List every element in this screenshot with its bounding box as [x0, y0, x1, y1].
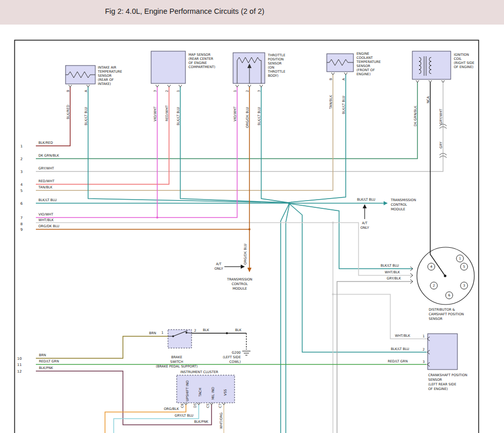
row-wire-label: BLK/LT BLU	[38, 198, 57, 202]
coil-wire-3: GRY/WHT	[439, 109, 443, 124]
tcm-bottom-name: TRANSMISSION	[226, 277, 252, 282]
cluster-pin-label: UPSHIFT IND	[185, 380, 190, 401]
distributor-pin: 5	[463, 265, 465, 269]
brake-wire-in-label: BRN	[149, 331, 156, 335]
coil-wire-1: DK GRN/BLK	[413, 105, 417, 126]
coil-name: IGNITION	[454, 53, 469, 57]
ect-name: TEMPERATURE	[356, 60, 381, 64]
intake-name: (REAR OF	[98, 78, 114, 82]
row-num: 3	[20, 170, 23, 174]
wire-dk-grn-blk	[36, 82, 417, 159]
component-boxes	[66, 51, 474, 403]
brake-pin-2: 2	[194, 329, 196, 333]
ect-pin-b: B	[329, 78, 333, 80]
row-wire-label: BRN	[39, 353, 46, 357]
wiring-diagram: 1 2 3 4 5 6 7 8 9 10 11 12 BLK/RED DK GR…	[0, 0, 504, 433]
crank-name: SENSOR	[428, 378, 442, 382]
coil-name: OF ENGINE)	[454, 65, 473, 69]
intake-pin-b: B	[66, 90, 70, 92]
intake-wire-2: BLK/LT BLU	[84, 107, 88, 125]
intake-pin-a: A	[84, 90, 88, 92]
g200-ground-symbol	[242, 351, 250, 355]
wire-blk-red	[36, 87, 70, 146]
distributor-wire-2: WHT/BLK	[385, 270, 401, 274]
tps-name: BODY)	[268, 74, 279, 78]
wire-blk-lt-blu-ect	[290, 75, 346, 202]
row-num: 1	[20, 144, 23, 148]
tcm-bottom-arrowhead	[247, 268, 251, 272]
row-wire-label: WHT/BLK	[38, 218, 54, 222]
distributor-name: SENSOR	[429, 317, 443, 321]
tps-name: SENSOR	[268, 61, 282, 66]
ect-name: SENSOR	[356, 64, 370, 68]
tcm-bottom-note: ONLY	[215, 267, 223, 271]
tcm-right-arrowhead	[384, 201, 388, 205]
tps-wire-1: VIO/WHT	[233, 106, 237, 121]
row-wire-label: DK GRN/BLK	[38, 154, 59, 158]
wire-gry-blk	[337, 282, 413, 433]
tcm-right-name: TRANSMISSION	[390, 198, 416, 202]
coil-name: (RIGHT SIDE	[454, 61, 474, 65]
brake-switch-labels: BRN 1 2 BLK BLK BRAKE SWITCH (BRAKE PEDA…	[149, 328, 242, 369]
wht-org-label: WHT/ORG	[219, 413, 223, 429]
diagram-border	[15, 40, 479, 433]
tcm-bottom-name: MODULE	[233, 287, 247, 291]
map-name: MAP SENSOR	[188, 53, 211, 57]
map-name: (REAR CENTER	[188, 57, 214, 61]
tcm-right-note: ONLY	[361, 226, 369, 230]
ect-name: ENGINE	[356, 52, 369, 56]
map-name: COMPARTMENT)	[188, 65, 215, 69]
distributor-pin: 3	[463, 284, 465, 288]
coil-wire-2: NCA	[426, 96, 430, 103]
tcm-right: BLK/LT BLU TRANSMISSION CONTROL MODULE A…	[357, 198, 416, 230]
cluster-pin-conn: C6	[180, 403, 184, 408]
cluster-wire-label: BLK/PNK	[194, 420, 208, 424]
wire-blk-lt-blu-intake	[88, 87, 288, 203]
wire-gry-wht	[36, 82, 443, 171]
distributor-pin: 6	[448, 293, 450, 297]
tps-name: THROTTLE	[267, 70, 285, 74]
wire-red-wht	[36, 87, 169, 184]
cluster-pin-conn: C5	[206, 403, 210, 408]
ground-name: COWL)	[229, 360, 241, 364]
row-num: 10	[17, 357, 22, 361]
row-wire-label: VIO/WHT	[38, 212, 53, 216]
tps-name: THROTTLE	[267, 53, 285, 57]
cluster-pin-conn: C7	[218, 403, 222, 408]
distributor-name: CAMSHAFT POSITION	[429, 312, 464, 316]
tps-wire-2: ORG/DK BLU	[245, 107, 249, 128]
crank-pin-2: 2	[423, 348, 425, 352]
tps-name: POSITION	[268, 57, 284, 61]
crank-name: OF ENGINE)	[428, 387, 448, 391]
wire-tan-blk	[36, 75, 333, 190]
ground-name: G200	[232, 351, 241, 355]
map-pin-2: 2	[165, 90, 169, 92]
junction-dots	[156, 202, 334, 335]
row-num: 4	[20, 183, 23, 187]
wire-blk-lt-blu-down-1	[281, 204, 289, 433]
brake-wire-out-label-2: BLK	[235, 328, 242, 332]
row-wire-label: TAN/BLK	[38, 185, 53, 189]
at-only-right-arrowhead	[363, 204, 367, 208]
wire-blk-lt-blu-to-distributor	[290, 204, 413, 269]
crank-wire-3: RED/LT GRN	[388, 359, 408, 363]
ground-name: (LEFT SIDE	[223, 355, 241, 359]
row-num: 12	[17, 370, 22, 374]
brake-wire-out-label-1: BLK	[203, 328, 209, 332]
cluster-wire-label: ORG/BLK	[164, 407, 179, 411]
row-wire-label: RED/LT GRN	[39, 359, 59, 363]
brake-name: SWITCH	[170, 360, 183, 364]
row-wire-label: GRY/WHT	[38, 166, 54, 170]
coil-name: COIL	[454, 57, 462, 61]
crank-name: (LEFT REAR SIDE	[428, 382, 456, 386]
row-num: 8	[20, 222, 23, 226]
ect-wire-2: BLK/LT BLU	[342, 96, 346, 114]
cluster-pin-label: VSS	[223, 389, 227, 396]
tcm-right-wire-label: BLK/LT BLU	[357, 198, 375, 202]
intake-wire-1: BLK/RED	[66, 105, 70, 119]
row-num: 2	[20, 157, 23, 161]
cluster-pin-label: MIL IND	[211, 387, 215, 400]
tps-name: (ON	[268, 66, 275, 70]
cluster-title: INSTRUMENT CLUSTER	[180, 370, 219, 374]
distributor-wire-1: BLK/LT BLU	[381, 264, 399, 268]
